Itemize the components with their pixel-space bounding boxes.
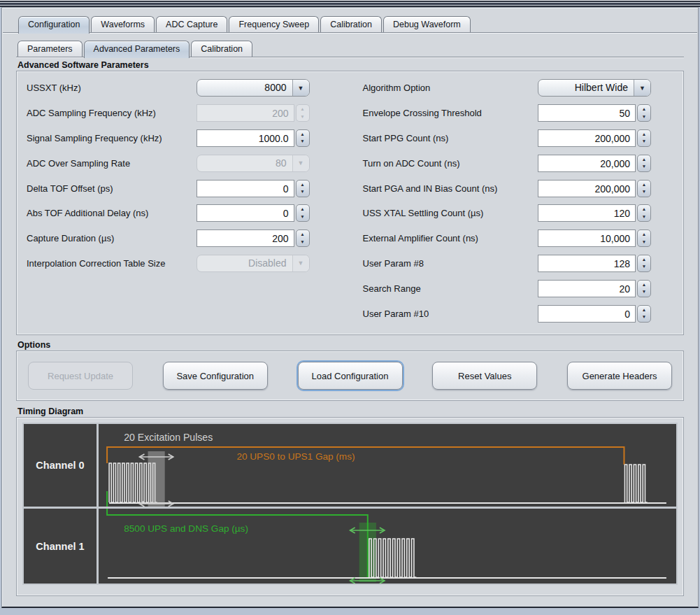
spinner-up-icon[interactable]: ▲: [642, 256, 646, 264]
interpolation-correction-table-size-label: Interpolation Correction Table Size: [27, 258, 197, 269]
spinner-buttons[interactable]: ▲ ▼: [637, 305, 651, 323]
spinner-buttons[interactable]: ▲ ▼: [637, 204, 651, 222]
uss-xtal-settling-count-s-spinner[interactable]: 120 ▲ ▼: [538, 204, 651, 222]
spinner-up-icon[interactable]: ▲: [642, 181, 646, 189]
load-configuration-button[interactable]: Load Configuration: [298, 362, 403, 390]
spinner-up-icon[interactable]: ▲: [300, 181, 304, 189]
spinner-down-icon[interactable]: ▼: [642, 213, 646, 221]
tab-calibration[interactable]: Calibration: [320, 16, 382, 32]
turn-on-adc-count-ns-spinner[interactable]: 20,000 ▲ ▼: [538, 155, 651, 172]
spinner-up-icon[interactable]: ▲: [300, 231, 304, 239]
capture-duration-s-spinner[interactable]: 200 ▲ ▼: [197, 229, 310, 247]
spinner-value[interactable]: 10,000: [538, 229, 636, 247]
spinner-value[interactable]: 0: [197, 204, 294, 222]
chevron-down-icon[interactable]: ▼: [292, 80, 309, 96]
spinner-down-icon[interactable]: ▼: [642, 239, 646, 246]
envelope-crossing-threshold-spinner[interactable]: 50 ▲ ▼: [538, 104, 651, 122]
main-tab-divider: [3, 32, 697, 34]
field-row: USSXT (kHz) 8000 ▼: [27, 76, 310, 101]
request-update-button: Request Update: [28, 362, 133, 390]
spinner-up-icon[interactable]: ▲: [642, 206, 646, 213]
channel1-waveform-area: 8500 UPS and DNS Gap (µs): [99, 509, 676, 584]
spinner-down-icon[interactable]: ▼: [300, 188, 304, 196]
spinner-down-icon[interactable]: ▼: [300, 213, 304, 221]
chevron-down-icon: ▼: [292, 255, 309, 271]
spinner-down-icon[interactable]: ▼: [300, 239, 304, 246]
start-pga-and-in-bias-count-ns-spinner[interactable]: 200,000 ▲ ▼: [538, 180, 651, 197]
spinner-up-icon[interactable]: ▲: [642, 306, 646, 314]
user-param-8-spinner[interactable]: 128 ▲ ▼: [538, 255, 651, 272]
subtab-calibration[interactable]: Calibration: [191, 41, 252, 57]
abs-tof-additional-delay-ns-spinner[interactable]: 0 ▲ ▼: [197, 204, 310, 222]
start-pga-and-in-bias-count-ns-label: Start PGA and IN Bias Count (ns): [363, 183, 538, 194]
spinner-down-icon[interactable]: ▼: [642, 313, 646, 321]
external-amplifier-count-ns-spinner[interactable]: 10,000 ▲ ▼: [538, 229, 651, 247]
search-range-spinner[interactable]: 20 ▲ ▼: [538, 280, 651, 297]
tab-configuration[interactable]: Configuration: [18, 16, 90, 34]
timing-diagram-section: Timing Diagram Channel 0 20 Excitation P…: [16, 407, 684, 596]
spinner-up-icon[interactable]: ▲: [642, 281, 646, 289]
spinner-down-icon[interactable]: ▼: [642, 288, 646, 296]
spinner-buttons[interactable]: ▲ ▼: [296, 204, 310, 222]
subtab-advanced-parameters[interactable]: Advanced Parameters: [84, 41, 190, 58]
spinner-buttons[interactable]: ▲ ▼: [637, 255, 651, 272]
spinner-value[interactable]: 128: [538, 255, 636, 272]
spinner-value[interactable]: 200: [197, 229, 294, 247]
spinner-buttons[interactable]: ▲ ▼: [296, 129, 310, 147]
spinner-down-icon[interactable]: ▼: [642, 138, 646, 146]
chevron-down-icon[interactable]: ▼: [634, 80, 650, 96]
delta-tof-offset-ps-spinner[interactable]: 0 ▲ ▼: [197, 180, 310, 197]
spinner-buttons[interactable]: ▲ ▼: [296, 180, 310, 197]
user-param-10-spinner[interactable]: 0 ▲ ▼: [538, 305, 651, 323]
spinner-value[interactable]: 0: [538, 305, 636, 323]
spinner-down-icon: ▼: [300, 113, 304, 121]
spinner-down-icon[interactable]: ▼: [300, 138, 304, 146]
channel0-pulses-annotation: 20 Excitation Pulses: [124, 432, 213, 443]
spinner-down-icon[interactable]: ▼: [642, 163, 646, 171]
spinner-buttons[interactable]: ▲ ▼: [296, 229, 310, 247]
adc-over-sampling-rate-combobox: 80 ▼: [197, 155, 310, 172]
spinner-down-icon[interactable]: ▼: [642, 113, 646, 121]
spinner-value[interactable]: 20,000: [538, 155, 636, 172]
spinner-up-icon[interactable]: ▲: [642, 156, 646, 164]
generate-headers-button[interactable]: Generate Headers: [567, 362, 672, 390]
spinner-buttons[interactable]: ▲ ▼: [637, 155, 651, 172]
channel1-gap-annotation: 8500 UPS and DNS Gap (µs): [124, 523, 248, 534]
tab-debug-waveform[interactable]: Debug Waveform: [383, 16, 471, 32]
spinner-value[interactable]: 200,000: [538, 180, 636, 197]
start-ppg-count-ns-spinner[interactable]: 200,000 ▲ ▼: [538, 129, 651, 147]
spinner-down-icon[interactable]: ▼: [642, 263, 646, 271]
spinner-value[interactable]: 50: [538, 104, 636, 122]
tab-frequency-sweep[interactable]: Frequency Sweep: [229, 16, 319, 32]
spinner-value[interactable]: 120: [538, 204, 636, 222]
spinner-down-icon[interactable]: ▼: [642, 188, 646, 196]
save-configuration-button[interactable]: Save Configuration: [163, 362, 268, 390]
channel0-label: Channel 0: [24, 424, 97, 507]
adc-over-sampling-rate-label: ADC Over Sampling Rate: [27, 158, 197, 169]
channel0-drag-selection[interactable]: [148, 451, 165, 507]
algorithm-option-combobox[interactable]: Hilbert Wide ▼: [538, 79, 651, 97]
subtab-parameters[interactable]: Parameters: [17, 41, 83, 57]
spinner-buttons[interactable]: ▲ ▼: [637, 129, 651, 147]
spinner-up-icon[interactable]: ▲: [642, 131, 646, 139]
tab-adc-capture[interactable]: ADC Capture: [156, 16, 227, 32]
main-tab-bar: ConfigurationWaveformsADC CaptureFrequen…: [18, 14, 698, 32]
spinner-buttons[interactable]: ▲ ▼: [637, 280, 651, 297]
reset-values-button[interactable]: Reset Values: [432, 362, 537, 390]
spinner-buttons[interactable]: ▲ ▼: [637, 229, 651, 247]
spinner-value[interactable]: 1000.0: [197, 129, 294, 147]
spinner-value[interactable]: 20: [538, 280, 636, 297]
field-row: Start PGA and IN Bias Count (ns) 200,000…: [363, 176, 652, 201]
spinner-up-icon[interactable]: ▲: [642, 106, 646, 113]
spinner-up-icon[interactable]: ▲: [300, 206, 304, 213]
spinner-value[interactable]: 200,000: [538, 129, 636, 147]
spinner-up-icon[interactable]: ▲: [300, 131, 304, 139]
spinner-buttons[interactable]: ▲ ▼: [637, 180, 651, 197]
spinner-buttons[interactable]: ▲ ▼: [637, 104, 651, 122]
spinner-value[interactable]: 0: [197, 180, 294, 197]
channel1-pulse-train: [369, 539, 416, 577]
ussxt-khz-combobox[interactable]: 8000 ▼: [197, 79, 310, 97]
tab-waveforms[interactable]: Waveforms: [91, 16, 155, 32]
spinner-up-icon[interactable]: ▲: [642, 231, 646, 239]
signal-sampling-frequency-khz-spinner[interactable]: 1000.0 ▲ ▼: [197, 129, 310, 147]
